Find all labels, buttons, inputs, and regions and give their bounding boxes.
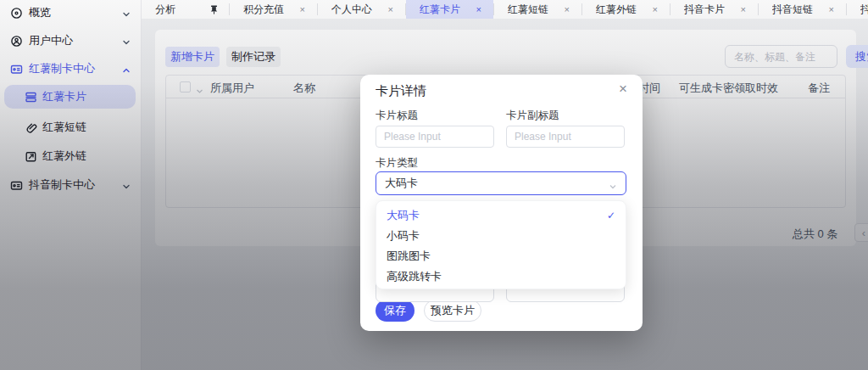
card-type-select[interactable]: 大码卡: [376, 171, 626, 195]
modal-title: 卡片详情: [376, 83, 426, 99]
save-button[interactable]: 保存: [376, 300, 415, 322]
card-title-label: 卡片标题: [376, 109, 418, 123]
card-subtitle-input[interactable]: [506, 126, 625, 148]
card-title-input[interactable]: [376, 126, 494, 148]
card-details-modal: 卡片详情 × 卡片标题 卡片副标题 卡片类型 大码卡 大码卡 ✓ 小码卡 图跳图…: [360, 75, 643, 331]
close-icon[interactable]: ×: [619, 81, 627, 96]
card-type-value: 大码卡: [385, 176, 418, 191]
preview-card-button[interactable]: 预览卡片: [424, 300, 481, 322]
dropdown-option-small-code[interactable]: 小码卡: [376, 226, 626, 246]
option-label: 高级跳转卡: [387, 269, 442, 284]
dropdown-option-big-code[interactable]: 大码卡 ✓: [376, 205, 626, 226]
option-label: 图跳图卡: [387, 249, 431, 264]
option-label: 小码卡: [387, 228, 420, 244]
check-icon: ✓: [607, 210, 615, 221]
app-window: 概览 用户中心 红薯制卡中心: [0, 0, 868, 370]
dropdown-option-advanced-jump[interactable]: 高级跳转卡: [376, 266, 626, 287]
option-label: 大码卡: [387, 208, 420, 223]
card-subtitle-label: 卡片副标题: [506, 109, 559, 123]
chevron-down-icon: [609, 180, 617, 187]
card-type-dropdown: 大码卡 ✓ 小码卡 图跳图卡 高级跳转卡: [376, 200, 626, 289]
dropdown-option-image-jump[interactable]: 图跳图卡: [376, 246, 626, 266]
card-type-label: 卡片类型: [376, 156, 418, 171]
